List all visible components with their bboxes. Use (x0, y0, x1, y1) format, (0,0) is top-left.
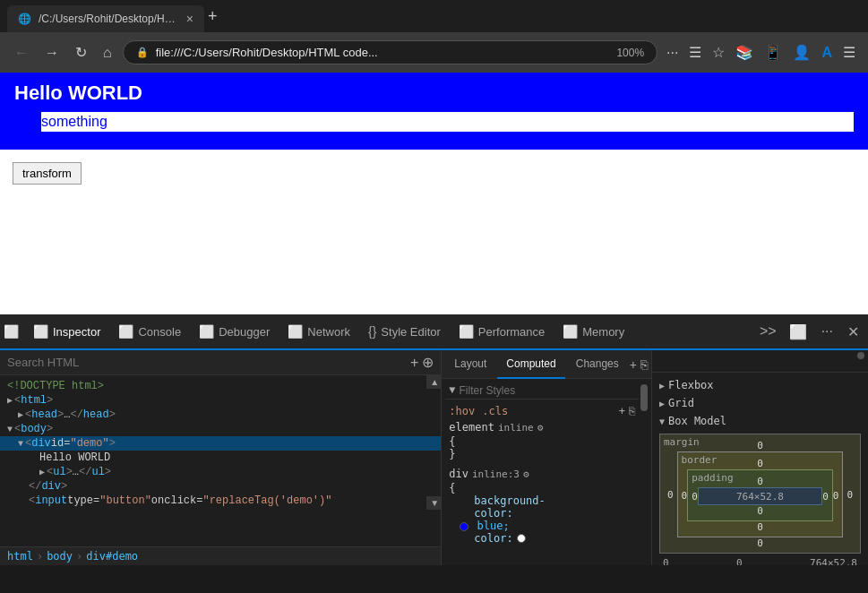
list-item-something: something (41, 112, 854, 132)
zoom-level: 100% (616, 47, 644, 59)
tab-performance[interactable]: ⬜ Performance (450, 314, 554, 350)
pocket-button[interactable]: ☰ (685, 40, 705, 64)
tree-line-text-hello[interactable]: Hello WORLD (0, 451, 441, 465)
html-search-input[interactable] (7, 356, 405, 369)
gear-icon-2[interactable]: ⚙ (523, 468, 529, 480)
html-search-bar: + ⊕ (0, 350, 441, 375)
add-style-button[interactable]: + (619, 405, 625, 417)
address-bar[interactable]: 🔒 file:///C:/Users/Rohit/Desktop/HTML co… (123, 40, 657, 64)
css-rule-element-inline: element inline ⚙ { } (445, 419, 639, 460)
close-devtools-button[interactable]: ✕ (842, 322, 864, 342)
tab-close-button[interactable]: × (186, 12, 193, 26)
content-box: 764×52.8 (698, 487, 822, 505)
performance-icon: ⬜ (459, 324, 474, 339)
tab-memory-label: Memory (582, 325, 624, 339)
css-body: ▼ :hov .cls + ⎘ element (442, 379, 651, 565)
padding-box: padding 0 0 764×52.8 (687, 469, 833, 521)
margin-label: margin (664, 436, 700, 448)
panel-scrollbar-thumb[interactable] (857, 352, 864, 359)
transform-button[interactable]: transform (13, 162, 82, 185)
firefox-account-button[interactable]: A (818, 41, 836, 64)
grid-section[interactable]: Grid (656, 394, 864, 412)
css-tab-changes-label: Changes (576, 357, 619, 370)
tab-favicon: 🌐 (18, 13, 31, 25)
css-tabs: Layout Computed Changes + ⎘ (442, 350, 651, 379)
new-tab-button[interactable]: + (208, 7, 218, 26)
tab-console[interactable]: ⬜ Console (109, 314, 190, 350)
nav-icons: ··· ☰ ☆ 📚 📱 👤 A ☰ (663, 40, 859, 64)
pick-element-button[interactable]: ⊕ (422, 354, 434, 371)
border-box: border 0 0 padding 0 0 (677, 451, 844, 537)
tree-line-doctype[interactable]: <!DOCTYPE html> (0, 379, 441, 393)
css-tab-computed[interactable]: Computed (497, 350, 564, 379)
margin-left-val: 0 (664, 489, 677, 501)
flexbox-section[interactable]: Flexbox (656, 376, 864, 394)
tree-line-input[interactable]: <input type="button" onclick="replaceTag… (0, 494, 441, 508)
tab-memory[interactable]: ⬜ Memory (554, 314, 633, 350)
tree-line-body[interactable]: ▼ <body> (0, 422, 441, 436)
back-button[interactable]: ← (9, 41, 34, 64)
bookmark-button[interactable]: ☆ (709, 40, 728, 64)
margin-middle: 0 border 0 0 padding 0 (664, 451, 856, 537)
padding-left-val: 0 (692, 491, 698, 503)
css-rules-area: ▼ :hov .cls + ⎘ element (445, 382, 639, 562)
tab-network[interactable]: ⬜ Network (279, 314, 359, 350)
forward-button[interactable]: → (39, 41, 64, 64)
dimensions-label: 764×52.8 (736, 491, 784, 503)
devtools-actions: ⬜ ··· ✕ (784, 322, 864, 342)
add-rule-button[interactable]: + (630, 357, 637, 372)
menu-button[interactable]: ☰ (839, 40, 859, 64)
breadcrumb-html[interactable]: html (7, 550, 33, 563)
home-button[interactable]: ⌂ (98, 41, 117, 64)
gear-icon[interactable]: ⚙ (537, 422, 544, 434)
tab-inspector[interactable]: ⬜ Inspector (24, 314, 109, 350)
margin-box: margin 0 0 border 0 0 (659, 434, 861, 554)
more-button[interactable]: ··· (663, 41, 682, 64)
tree-line-div-demo[interactable]: ▼ <div id="demo" > (0, 436, 441, 451)
dock-button[interactable]: ⬜ (784, 322, 812, 342)
tree-line-head[interactable]: ▶ <head> … </head> (0, 408, 441, 422)
tab-style-editor[interactable]: {} Style Editor (359, 314, 450, 350)
padding-right-val: 0 (822, 491, 829, 503)
copy-style-rule-button[interactable]: ⎘ (629, 405, 635, 417)
scroll-down-button[interactable]: ▼ (426, 496, 441, 510)
html-scroll-arrows: ▲ ▼ (426, 375, 441, 510)
css-filter-input[interactable] (460, 384, 635, 397)
flexbox-label: Flexbox (668, 379, 714, 391)
responsive-toggle-icon[interactable]: ⬜ (4, 324, 19, 339)
tab-bar: 🌐 /C:/Users/Rohit/Desktop/HTML%20... × + (0, 0, 868, 32)
active-tab[interactable]: 🌐 /C:/Users/Rohit/Desktop/HTML%20... × (7, 5, 204, 32)
settings-button[interactable]: ··· (816, 322, 838, 342)
tree-line-ul[interactable]: ▶ <ul> … </ul> (0, 465, 441, 479)
add-node-button[interactable]: + (410, 354, 418, 371)
tree-line-html[interactable]: ▶ <html> (0, 393, 441, 408)
dimensions-bottom: 764×52.8 (810, 557, 857, 565)
corner-vals-row: 0 0 764×52.8 (659, 555, 861, 565)
scroll-up-button[interactable]: ▲ (426, 375, 441, 389)
breadcrumb-body[interactable]: body (47, 550, 73, 563)
html-tree: <!DOCTYPE html> ▶ <html> ▶ <head> … </he… (0, 375, 441, 546)
panel-scrollbar[interactable] (857, 352, 864, 370)
css-tab-layout[interactable]: Layout (445, 350, 495, 379)
css-panel: Layout Computed Changes + ⎘ ▼ (442, 350, 651, 565)
css-tab-changes[interactable]: Changes (567, 350, 628, 379)
css-scrollbar[interactable] (640, 382, 648, 562)
grid-label: Grid (668, 397, 694, 409)
tab-debugger[interactable]: ⬜ Debugger (190, 314, 279, 350)
more-tools-button[interactable]: >> (754, 323, 782, 339)
synced-tabs-button[interactable]: 📱 (761, 40, 786, 64)
border-label: border (682, 454, 718, 466)
breadcrumb-div[interactable]: div#demo (86, 550, 138, 563)
css-rule-div-inline3: div inline:3 ⚙ { background- color: (445, 466, 639, 545)
padding-bottom-val: 0 (692, 505, 829, 517)
css-scrollbar-thumb[interactable] (640, 384, 648, 411)
tree-line-div-close[interactable]: </div> (0, 479, 441, 494)
color-swatch-white (517, 534, 526, 543)
border-right-val: 0 (833, 490, 839, 502)
library-button[interactable]: 📚 (732, 40, 757, 64)
memory-icon: ⬜ (563, 324, 578, 339)
copy-style-button[interactable]: ⎘ (640, 357, 648, 372)
refresh-button[interactable]: ↻ (70, 40, 92, 64)
profile-button[interactable]: 👤 (789, 40, 814, 64)
box-model-section-header[interactable]: Box Model (656, 412, 864, 430)
